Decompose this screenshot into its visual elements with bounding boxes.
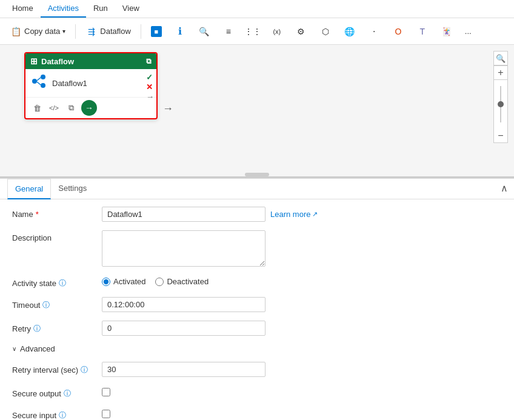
activity-code-btn[interactable]: </> bbox=[47, 101, 61, 115]
form-label-timeout: Timeout ⓘ bbox=[12, 297, 97, 310]
bottom-panel: General Settings ∧ Name * Learn more ↗ bbox=[0, 178, 514, 420]
menu-item-activities[interactable]: Activities bbox=[41, 0, 86, 18]
toolbar-icon-11: T bbox=[416, 25, 429, 38]
copy-data-icon: 📋 bbox=[10, 25, 22, 38]
activity-node: ⊞ Dataflow ⧉ Dataflow1 bbox=[24, 52, 158, 119]
status-check-icon: ✓ bbox=[146, 73, 154, 82]
learn-more-link[interactable]: Learn more ↗ bbox=[270, 207, 318, 219]
toolbar-icon-10: O bbox=[392, 25, 404, 38]
form-row-retry-interval: Retry interval (sec) ⓘ bbox=[12, 362, 502, 377]
form-label-secure-input: Secure input ⓘ bbox=[12, 407, 97, 420]
panel-tabs: General Settings ∧ bbox=[0, 179, 514, 199]
panel-resize-handle[interactable] bbox=[245, 173, 269, 176]
secure-input-checkbox[interactable] bbox=[102, 410, 110, 418]
copy-data-chevron: ▾ bbox=[62, 28, 65, 35]
activity-dataflow-icon bbox=[30, 73, 47, 93]
copy-data-label: Copy data bbox=[24, 27, 60, 36]
secure-output-checkbox[interactable] bbox=[102, 388, 110, 396]
activity-state-info-icon[interactable]: ⓘ bbox=[59, 278, 66, 288]
toolbar-icon-btn-11[interactable]: T bbox=[412, 23, 433, 40]
activity-header-left: ⊞ Dataflow bbox=[30, 56, 74, 66]
learn-more-text: Learn more bbox=[270, 210, 310, 219]
toolbar-separator-2 bbox=[141, 24, 141, 39]
timeout-input[interactable] bbox=[102, 297, 265, 312]
toolbar-icon-btn-2[interactable]: ℹ bbox=[169, 23, 191, 40]
toolbar-icon-btn-1[interactable]: ■ bbox=[146, 24, 167, 39]
activity-state-radio-group: Activated Deactivated bbox=[102, 275, 209, 286]
activity-body: Dataflow1 ✓ ✕ → bbox=[25, 69, 156, 97]
form-label-secure-output: Secure output ⓘ bbox=[12, 385, 97, 399]
form-container: Name * Learn more ↗ Description Ac bbox=[0, 199, 514, 420]
toolbar-search-icon: 🔍 bbox=[198, 25, 210, 38]
tab-general[interactable]: General bbox=[7, 179, 51, 199]
zoom-slider[interactable] bbox=[493, 80, 508, 128]
deactivated-radio[interactable] bbox=[155, 278, 164, 286]
activity-delete-btn[interactable]: 🗑 bbox=[30, 101, 44, 115]
retry-input[interactable] bbox=[102, 321, 265, 336]
toolbar-icon-btn-3[interactable]: ≡ bbox=[218, 23, 239, 40]
tab-settings[interactable]: Settings bbox=[51, 179, 94, 199]
form-row-name: Name * Learn more ↗ bbox=[12, 207, 502, 222]
panel-collapse-btn[interactable]: ∧ bbox=[501, 182, 508, 194]
retry-label-text: Retry bbox=[12, 324, 31, 333]
toolbar-icon-12: 🃏 bbox=[441, 25, 453, 38]
canvas-side-arrow: → bbox=[162, 102, 173, 115]
advanced-label-text: Advanced bbox=[20, 344, 55, 353]
toolbar-more-label: ... bbox=[465, 27, 472, 36]
activity-arrow-btn[interactable]: → bbox=[81, 100, 97, 116]
activity-external-link-icon[interactable]: ⧉ bbox=[146, 57, 152, 65]
name-required-star: * bbox=[36, 210, 39, 219]
activated-radio[interactable] bbox=[102, 278, 110, 286]
name-input[interactable] bbox=[102, 207, 265, 222]
toolbar-icon-btn-10[interactable]: O bbox=[387, 23, 409, 40]
toolbar: 📋 Copy data ▾ ⇶ Dataflow ■ ℹ 🔍 ≡ ⋮⋮ (x) … bbox=[0, 18, 514, 45]
activity-header-icon: ⊞ bbox=[30, 56, 38, 66]
timeout-info-icon[interactable]: ⓘ bbox=[42, 300, 50, 310]
menu-item-run[interactable]: Run bbox=[86, 0, 115, 18]
activated-label-text: Activated bbox=[113, 277, 145, 286]
advanced-toggle[interactable]: ∨ Advanced bbox=[12, 344, 502, 353]
toolbar-icon-btn-8[interactable]: 🌐 bbox=[339, 23, 361, 40]
retry-interval-info-icon[interactable]: ⓘ bbox=[81, 365, 88, 375]
form-label-retry-interval: Retry interval (sec) ⓘ bbox=[12, 362, 97, 375]
form-label-activity-state: Activity state ⓘ bbox=[12, 275, 97, 288]
form-label-retry: Retry ⓘ bbox=[12, 321, 97, 334]
secure-input-label-text: Secure input bbox=[12, 411, 56, 420]
copy-data-button[interactable]: 📋 Copy data ▾ bbox=[5, 23, 70, 40]
svg-line-4 bbox=[37, 82, 41, 85]
toolbar-icon-7: ⬡ bbox=[319, 25, 332, 38]
secure-output-label-text: Secure output bbox=[12, 389, 61, 398]
form-row-description: Description bbox=[12, 230, 502, 267]
description-label-text: Description bbox=[12, 233, 52, 242]
form-row-activity-state: Activity state ⓘ Activated Deactivated bbox=[12, 275, 502, 288]
secure-output-info-icon[interactable]: ⓘ bbox=[64, 388, 71, 399]
form-row-retry: Retry ⓘ bbox=[12, 321, 502, 336]
toolbar-icon-btn-7[interactable]: ⬡ bbox=[315, 23, 336, 40]
zoom-track bbox=[500, 86, 501, 122]
status-side-arrow-icon: → bbox=[146, 92, 154, 101]
zoom-minus-btn[interactable]: − bbox=[493, 128, 508, 143]
retry-interval-input[interactable] bbox=[102, 362, 265, 377]
menu-item-view[interactable]: View bbox=[115, 0, 147, 18]
toolbar-icon-btn-9[interactable]: ⬝ bbox=[363, 23, 385, 40]
toolbar-icon-btn-5[interactable]: (x) bbox=[266, 23, 288, 40]
activity-toolbar: 🗑 </> ⧉ → bbox=[25, 97, 156, 118]
description-input[interactable] bbox=[102, 230, 265, 267]
form-label-description: Description bbox=[12, 230, 97, 242]
secure-input-info-icon[interactable]: ⓘ bbox=[59, 410, 66, 420]
toolbar-search-btn[interactable]: 🔍 bbox=[193, 23, 215, 40]
activity-copy-btn[interactable]: ⧉ bbox=[64, 101, 78, 115]
retry-info-icon[interactable]: ⓘ bbox=[33, 324, 41, 334]
zoom-search-btn[interactable]: 🔍 bbox=[493, 51, 508, 65]
toolbar-more-btn[interactable]: ... bbox=[460, 24, 476, 38]
toolbar-icon-btn-12[interactable]: 🃏 bbox=[436, 23, 458, 40]
dataflow-button[interactable]: ⇶ Dataflow bbox=[81, 23, 136, 40]
toolbar-icon-6: ⚙ bbox=[295, 25, 307, 38]
toolbar-icon-btn-4[interactable]: ⋮⋮ bbox=[242, 23, 264, 40]
zoom-plus-btn[interactable]: + bbox=[493, 65, 508, 80]
menu-item-home[interactable]: Home bbox=[5, 0, 41, 18]
toolbar-icon-btn-6[interactable]: ⚙ bbox=[290, 23, 312, 40]
activated-radio-label[interactable]: Activated bbox=[102, 277, 145, 286]
zoom-thumb bbox=[498, 101, 504, 107]
deactivated-radio-label[interactable]: Deactivated bbox=[155, 277, 209, 286]
